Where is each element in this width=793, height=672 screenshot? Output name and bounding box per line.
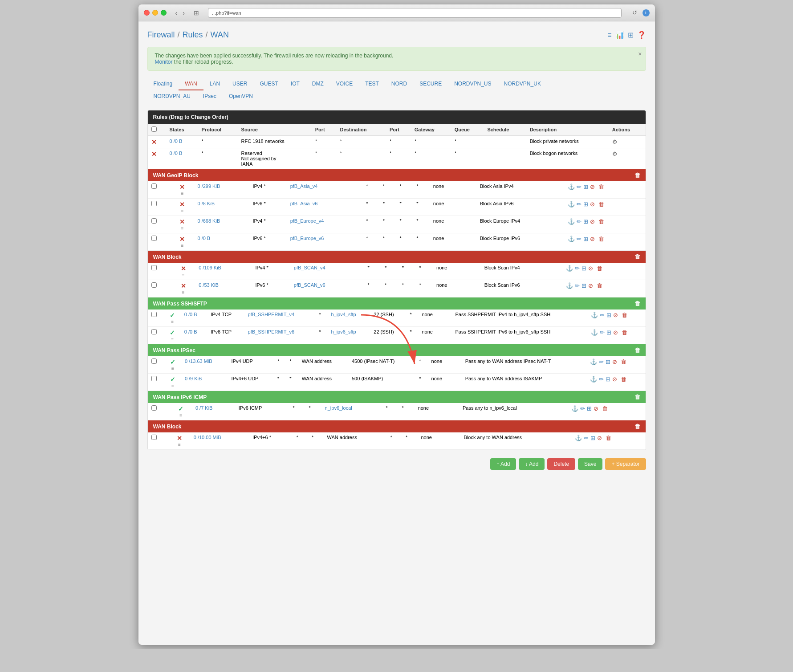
trash-icon[interactable]: 🗑 [606,435,611,441]
edit-icon[interactable]: ✏ [575,282,580,289]
row-checkbox[interactable] [151,358,157,364]
edit-icon[interactable]: ✏ [577,183,582,190]
edit-icon[interactable]: ✏ [599,358,604,365]
trash-icon[interactable]: 🗑 [598,201,604,208]
settings-icon[interactable]: ⚙ [612,151,618,157]
row-checkbox[interactable] [151,282,157,288]
block-icon2[interactable]: ⊘ [590,183,595,190]
copy-icon[interactable]: ⊞ [582,282,586,289]
tab-voice[interactable]: VOICE [330,78,359,90]
copy-icon[interactable]: ⊞ [606,376,610,383]
copy-icon[interactable]: ⊞ [582,265,586,272]
source-link[interactable]: pfB_SCAN_v4 [294,265,325,270]
group-trash-geoip[interactable]: 🗑 [634,172,640,179]
copy-icon[interactable]: ⊞ [606,312,611,318]
back-button[interactable]: ‹ [174,8,179,17]
edit-icon[interactable]: ✏ [600,329,605,336]
copy-icon[interactable]: ⊞ [583,218,588,225]
source-link[interactable]: pfB_SSHPERMIT_v6 [248,329,295,334]
tab-floating[interactable]: Floating [147,78,179,90]
chart-icon[interactable]: 📊 [615,31,624,39]
add-down-button[interactable]: ↓ Add [519,458,545,470]
block-icon2[interactable]: ⊘ [590,236,595,242]
block-icon2[interactable]: ⊘ [613,329,618,336]
anchor-icon[interactable]: ⚓ [590,376,597,383]
source-link[interactable]: pfB_Asia_v6 [290,201,318,206]
tab-iot[interactable]: IOT [285,78,306,90]
anchor-icon[interactable]: ⚓ [566,282,573,289]
tab-nordvpn-au[interactable]: NORDVPN_AU [147,90,197,103]
group-trash-wan-block2[interactable]: 🗑 [634,423,640,430]
tab-dmz[interactable]: DMZ [306,78,330,90]
copy-icon[interactable]: ⊞ [583,236,588,242]
block-icon2[interactable]: ⊘ [612,358,617,365]
row-checkbox[interactable] [151,312,157,317]
row-checkbox[interactable] [151,329,157,334]
source-link[interactable]: pfB_Asia_v4 [290,183,318,189]
separator-button[interactable]: + Separator [605,458,646,470]
reload-button[interactable]: ↺ [632,9,637,16]
anchor-icon[interactable]: ⚓ [575,435,582,441]
address-bar[interactable]: ...php?if=wan [208,8,622,18]
row-checkbox[interactable] [151,265,157,270]
anchor-icon[interactable]: ⚓ [591,329,598,336]
trash-icon[interactable]: 🗑 [597,265,602,272]
anchor-icon[interactable]: ⚓ [568,201,575,208]
edit-icon[interactable]: ✏ [600,312,605,318]
info-button[interactable]: i [643,9,650,16]
copy-icon[interactable]: ⊞ [583,183,588,190]
tab-nordvpn-us[interactable]: NORDVPN_US [448,78,497,90]
trash-icon[interactable]: 🗑 [598,236,604,242]
copy-icon[interactable]: ⊞ [606,329,611,336]
settings-icon[interactable]: ⚙ [612,138,618,145]
edit-icon[interactable]: ✏ [577,236,582,242]
row-checkbox[interactable] [151,183,157,189]
row-checkbox[interactable] [151,376,157,381]
source-link[interactable]: pfB_SSHPERMIT_v4 [248,312,295,317]
tab-wan[interactable]: WAN [179,78,203,90]
tab-openvpn[interactable]: OpenVPN [223,90,259,103]
alert-link[interactable]: Monitor [155,59,173,65]
trash-icon[interactable]: 🗑 [598,218,604,225]
block-icon2[interactable]: ⊘ [588,265,593,272]
anchor-icon[interactable]: ⚓ [568,183,575,190]
copy-icon[interactable]: ⊞ [606,358,610,365]
block-icon2[interactable]: ⊘ [594,405,598,412]
delete-button[interactable]: Delete [547,458,575,470]
select-all-checkbox[interactable] [151,126,157,132]
tab-secure[interactable]: SECURE [413,78,448,90]
dest-link[interactable]: n_ipv6_local [325,405,352,411]
row-checkbox[interactable] [151,405,157,411]
edit-icon[interactable]: ✏ [584,435,589,441]
edit-icon[interactable]: ✏ [580,405,585,412]
tab-test[interactable]: TEST [359,78,385,90]
tab-ipsec[interactable]: IPsec [197,90,223,103]
dest-link[interactable]: h_ipv6_sftp [331,329,356,334]
tab-lan[interactable]: LAN [203,78,226,90]
source-link[interactable]: pfB_SCAN_v6 [294,282,325,288]
help-icon[interactable]: ❓ [637,31,646,39]
trash-icon[interactable]: 🗑 [621,358,626,365]
edit-icon[interactable]: ✏ [577,201,582,208]
group-trash-icmp[interactable]: 🗑 [634,394,640,400]
row-checkbox[interactable] [151,201,157,206]
source-link[interactable]: pfB_Europe_v6 [290,236,324,241]
trash-icon[interactable]: 🗑 [622,312,627,318]
tab-nordvpn-uk[interactable]: NORDVPN_UK [498,78,547,90]
anchor-icon[interactable]: ⚓ [590,358,597,365]
anchor-icon[interactable]: ⚓ [591,312,598,318]
copy-icon[interactable]: ⊞ [583,201,588,208]
tab-nord[interactable]: NORD [385,78,413,90]
edit-icon[interactable]: ✏ [599,376,604,383]
copy-icon[interactable]: ⊞ [628,31,634,39]
anchor-icon[interactable]: ⚓ [568,236,575,242]
anchor-icon[interactable]: ⚓ [568,218,575,225]
trash-icon[interactable]: 🗑 [622,329,627,336]
block-icon2[interactable]: ⊘ [590,201,595,208]
block-icon2[interactable]: ⊘ [613,312,618,318]
dest-link[interactable]: h_ipv4_sftp [331,312,356,317]
add-up-button[interactable]: ↑ Add [490,458,516,470]
anchor-icon[interactable]: ⚓ [566,265,573,272]
tab-user[interactable]: USER [226,78,253,90]
breadcrumb-firewall[interactable]: Firewall [147,30,175,40]
